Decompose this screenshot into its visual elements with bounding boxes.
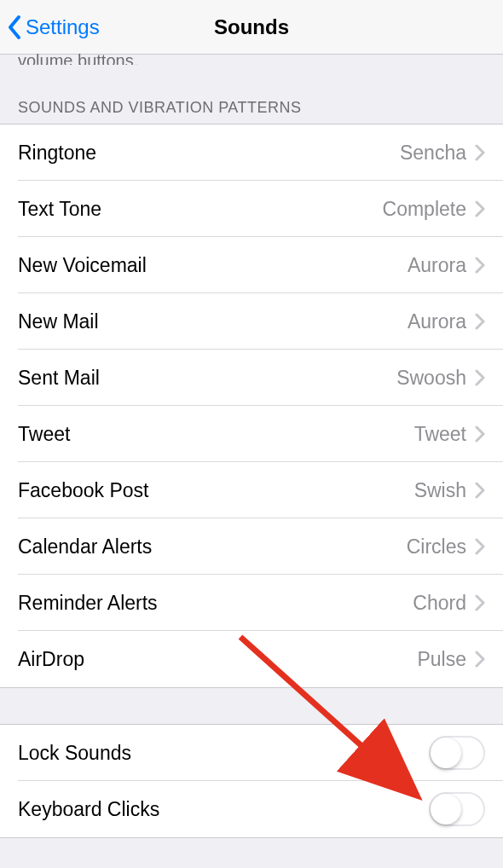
row-value: Aurora <box>408 310 466 333</box>
row-value: Pulse <box>417 648 466 671</box>
row-value: Aurora <box>408 254 466 277</box>
previous-section-footer: volume buttons. <box>0 43 503 65</box>
chevron-right-icon <box>475 257 485 274</box>
toggle-knob <box>431 794 461 825</box>
chevron-right-icon <box>475 594 485 611</box>
row-ringtone[interactable]: Ringtone Sencha <box>0 124 503 181</box>
row-label: Reminder Alerts <box>18 592 413 615</box>
row-value: Swish <box>414 479 466 502</box>
row-label: Lock Sounds <box>18 742 429 765</box>
row-label: Keyboard Clicks <box>18 798 429 821</box>
chevron-right-icon <box>475 144 485 161</box>
sounds-list: Ringtone Sencha Text Tone Complete New V… <box>0 124 503 688</box>
chevron-right-icon <box>475 651 485 668</box>
row-lock-sounds: Lock Sounds <box>0 725 503 781</box>
row-facebook-post[interactable]: Facebook Post Swish <box>0 462 503 518</box>
back-button[interactable]: Settings <box>7 14 100 40</box>
row-label: Ringtone <box>18 142 400 165</box>
row-label: Text Tone <box>18 198 383 221</box>
toggle-keyboard-clicks[interactable] <box>429 792 485 826</box>
row-calendar-alerts[interactable]: Calendar Alerts Circles <box>0 518 503 575</box>
section-header-sounds-patterns: SOUNDS AND VIBRATION PATTERNS <box>0 77 503 124</box>
row-tweet[interactable]: Tweet Tweet <box>0 406 503 462</box>
row-label: Sent Mail <box>18 367 396 390</box>
back-label: Settings <box>26 15 100 39</box>
row-value: Swoosh <box>396 367 466 390</box>
row-label: New Mail <box>18 310 408 333</box>
chevron-right-icon <box>475 200 485 217</box>
row-new-voicemail[interactable]: New Voicemail Aurora <box>0 237 503 293</box>
row-label: Calendar Alerts <box>18 535 407 558</box>
row-label: AirDrop <box>18 648 417 671</box>
row-value: Tweet <box>414 423 466 446</box>
row-airdrop[interactable]: AirDrop Pulse <box>0 631 503 687</box>
chevron-right-icon <box>475 313 485 330</box>
toggle-lock-sounds[interactable] <box>429 736 485 770</box>
row-value: Sencha <box>400 142 466 165</box>
toggles-list: Lock Sounds Keyboard Clicks <box>0 724 503 838</box>
row-label: New Voicemail <box>18 254 408 277</box>
row-reminder-alerts[interactable]: Reminder Alerts Chord <box>0 575 503 631</box>
row-new-mail[interactable]: New Mail Aurora <box>0 293 503 350</box>
page-title: Sounds <box>214 15 289 39</box>
row-label: Tweet <box>18 423 414 446</box>
chevron-right-icon <box>475 538 485 555</box>
chevron-right-icon <box>475 482 485 499</box>
chevron-right-icon <box>475 425 485 443</box>
toggle-knob <box>431 738 461 768</box>
row-value: Chord <box>413 592 466 615</box>
row-keyboard-clicks: Keyboard Clicks <box>0 781 503 837</box>
chevron-right-icon <box>475 369 485 386</box>
row-sent-mail[interactable]: Sent Mail Swoosh <box>0 350 503 406</box>
row-value: Complete <box>383 198 466 221</box>
row-label: Facebook Post <box>18 479 414 502</box>
chevron-left-icon <box>7 14 22 40</box>
row-text-tone[interactable]: Text Tone Complete <box>0 181 503 237</box>
section-spacer <box>0 688 503 724</box>
row-value: Circles <box>407 535 466 558</box>
